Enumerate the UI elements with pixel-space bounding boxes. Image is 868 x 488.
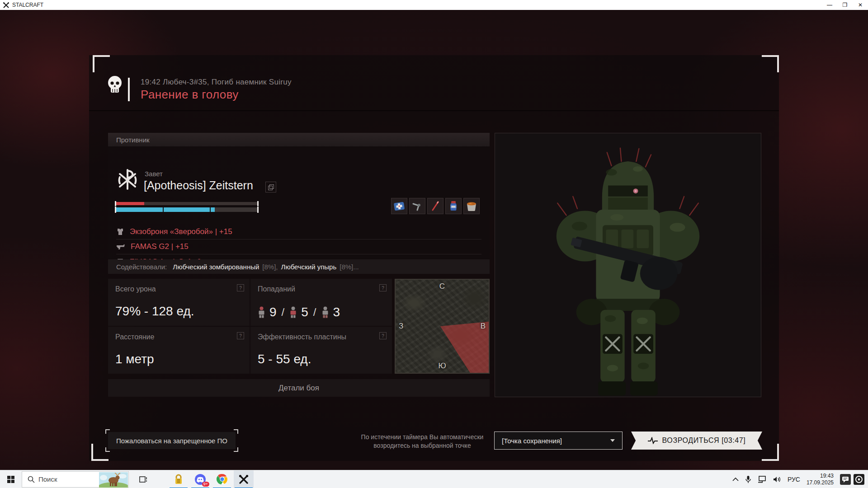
system-tray: РУС 19:43 17.09.2025 [732, 473, 868, 486]
item-slot-flare [427, 198, 443, 214]
respawn-timer-note: По истечении таймера Вы автоматически во… [354, 433, 490, 450]
combat-details-button[interactable]: Детали боя [108, 379, 490, 397]
hit-zone-limbs-icon [321, 306, 329, 318]
taskbar-app-chrome[interactable] [212, 470, 232, 488]
bracket-corner [105, 429, 110, 434]
stat-label: Расстояние [115, 333, 154, 341]
tray-expand-chevron-icon[interactable] [732, 477, 739, 481]
windows-taskbar: Поиск [0, 470, 868, 488]
close-button[interactable]: ✕ [853, 0, 868, 10]
bar-cap [257, 201, 259, 206]
window-titlebar: STALCRAFT — ❐ ✕ [0, 0, 868, 10]
hits-breakdown: 9 / 5 / 3 [258, 305, 340, 319]
minimize-button[interactable]: — [822, 0, 837, 10]
medkit-icon [393, 200, 405, 212]
armor-icon [116, 228, 124, 236]
stalcraft-logo-icon [3, 2, 9, 9]
game-screen: 19:42 Любеч-3#35, Погиб наемник Suiruy Р… [0, 10, 868, 470]
target-utility-icon[interactable] [854, 474, 864, 485]
compass-west: З [399, 322, 403, 331]
help-icon[interactable]: ? [379, 284, 387, 291]
enemy-panel-body: Завет [Apotheosis] Zeitstern [108, 146, 490, 273]
stat-label: Попаданий [258, 285, 295, 293]
enemy-character-render [538, 144, 718, 397]
bar-cap [115, 206, 116, 213]
item-slot-pills [445, 198, 462, 214]
assist-name: Любческий зомбированный [173, 263, 259, 271]
item-slot-tool [409, 198, 425, 214]
stat-label: Всего урона [115, 285, 156, 293]
frame-corner-bottom-right [762, 444, 779, 461]
stat-value: 79% - 128 ед. [115, 304, 194, 319]
assist-share: [8%]... [340, 263, 359, 271]
network-icon[interactable] [758, 476, 767, 483]
hits-limbs-count: 3 [333, 305, 340, 319]
separator: / [281, 306, 286, 319]
enemy-panel-title: Противник [108, 133, 490, 146]
copy-name-button[interactable] [265, 182, 276, 192]
speaker-icon[interactable] [773, 476, 781, 483]
equipment-label: Экзоброня «Зверобой» | +15 [130, 227, 232, 236]
frame-corner-bottom-left [91, 444, 108, 461]
death-event-line: 19:42 Любеч-3#35, Погиб наемник Suiruy [141, 78, 292, 87]
timer-note-line2: возродитесь на выбранной точке [354, 441, 490, 450]
taskbar-clock[interactable]: 19:43 17.09.2025 [807, 473, 834, 486]
tray-date: 17.09.2025 [807, 479, 834, 486]
death-cause: Ранение в голову [141, 88, 239, 102]
respawn-button-label: ВОЗРОДИТЬСЯ [03:47] [662, 436, 746, 445]
item-slot-canned-food [463, 198, 480, 214]
health-bar-fill [116, 202, 144, 205]
stalcraft-taskbar-icon [238, 474, 249, 485]
frame-corner-top-right [762, 55, 779, 72]
enemy-panel: Противник Завет [Apotheosis] Zeitstern [108, 133, 490, 273]
canned-food-icon [465, 200, 478, 212]
frame-corner-top-left [93, 55, 110, 72]
task-view-icon [139, 476, 147, 483]
respawn-button[interactable]: ВОЗРОДИТЬСЯ [03:47] [631, 432, 762, 450]
copy-icon [268, 184, 274, 190]
tool-icon [411, 200, 423, 212]
notification-center-icon[interactable] [840, 474, 851, 485]
hits-head-count: 9 [269, 305, 277, 319]
search-icon [28, 476, 35, 483]
direction-wedge [396, 280, 489, 373]
report-software-button[interactable]: Пожаловаться на запрещенное ПО [108, 432, 236, 449]
taskbar-app-keepass[interactable] [169, 470, 189, 488]
stat-distance: Расстояние ? 1 метр [108, 327, 250, 374]
shield-bar-fill [116, 207, 215, 212]
bracket-corner [234, 447, 238, 452]
enemy-player-name: [Apotheosis] Zeitstern [144, 179, 253, 192]
windows-logo-icon [7, 476, 14, 483]
search-highlight-moose-image[interactable] [99, 472, 128, 488]
microphone-icon[interactable] [745, 475, 751, 483]
help-icon[interactable]: ? [379, 332, 387, 339]
bar-cap [115, 201, 116, 206]
assists-label: Содействовали: [116, 263, 167, 271]
language-indicator[interactable]: РУС [788, 476, 800, 483]
death-minimap: С Ю З В [395, 279, 490, 374]
task-view-button[interactable] [133, 470, 153, 488]
faction-emblem-icon [115, 166, 140, 192]
restore-button[interactable]: ❐ [837, 0, 853, 10]
bar-divider [210, 207, 211, 212]
bracket-corner [105, 447, 110, 452]
help-icon[interactable]: ? [237, 284, 244, 291]
compass-south: Ю [438, 361, 446, 371]
separator: / [312, 306, 317, 319]
timer-note-line1: По истечении таймера Вы автоматически [354, 433, 490, 441]
faction-name: Завет [145, 170, 163, 178]
taskbar-app-discord[interactable]: 9+ [190, 470, 210, 488]
bar-cap [257, 206, 259, 213]
header-divider [128, 78, 130, 101]
hit-zone-head-icon [258, 306, 265, 318]
stat-value: 5 - 55 ед. [258, 352, 311, 366]
equipment-row-weapon: FAMAS G2 | +15 [116, 239, 481, 254]
spawn-point-dropdown[interactable]: [Точка сохранения] [494, 432, 623, 450]
taskbar-app-stalcraft[interactable] [234, 470, 254, 488]
enemy-shield-bar [116, 207, 257, 212]
start-button[interactable] [0, 470, 22, 488]
stat-plate-effectiveness: Эффективность пластины ? 5 - 55 ед. [250, 327, 392, 374]
taskbar-search-input[interactable]: Поиск [22, 471, 129, 488]
help-icon[interactable]: ? [237, 332, 244, 339]
tray-time: 19:43 [807, 473, 834, 479]
